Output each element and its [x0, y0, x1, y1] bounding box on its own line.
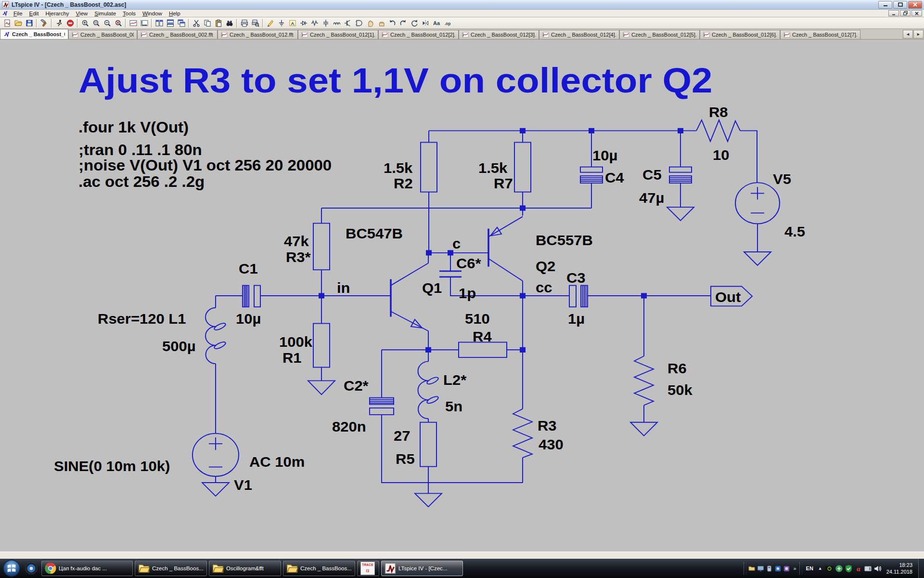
component-R3star[interactable] — [313, 223, 330, 270]
menu-item-file[interactable]: File — [10, 10, 26, 17]
mdi-restore-button[interactable] — [900, 10, 911, 16]
toolbar-button-zoom-area[interactable] — [90, 18, 102, 28]
toolbar-button-zoom-out[interactable] — [102, 18, 113, 28]
toolbar-button-spice-directive[interactable]: .op — [442, 18, 453, 28]
toolbar-button-redo[interactable] — [398, 18, 409, 28]
toolbar-button-plot-pane[interactable] — [128, 18, 139, 28]
component-Q2[interactable] — [488, 217, 523, 281]
taskbar-button-ltspice-iv-czec-[interactable]: LTspice IV - [Czec... — [381, 561, 463, 576]
tray-alpha-icon[interactable]: α — [854, 565, 862, 573]
tray-shield-icon[interactable] — [845, 565, 853, 573]
tray-mini-app-purple-icon[interactable] — [783, 565, 790, 572]
toolbar-button-bjt[interactable] — [342, 18, 353, 28]
component-R7[interactable] — [514, 143, 531, 192]
component-C3[interactable] — [569, 286, 588, 307]
tray-mini-app-blue-icon[interactable] — [774, 565, 782, 572]
component-R2[interactable] — [421, 143, 437, 192]
toolbar-button-cascade[interactable] — [176, 18, 187, 28]
toolbar-button-label-net[interactable]: A — [287, 18, 298, 28]
component-C4[interactable] — [580, 167, 603, 183]
toolbar-button-mirror[interactable] — [420, 18, 431, 28]
toolbar-button-cut[interactable] — [191, 18, 202, 28]
mdi-close-button[interactable] — [911, 10, 922, 16]
toolbar-button-halt[interactable] — [64, 18, 76, 28]
toolbar-button-drag[interactable] — [375, 18, 386, 28]
toolbar-button-capacitor[interactable] — [320, 18, 331, 28]
toolbar-button-rotate[interactable] — [409, 18, 420, 28]
component-V5[interactable] — [735, 183, 780, 223]
toolbar-button-new-doc[interactable] — [1, 18, 13, 28]
start-button[interactable] — [1, 559, 22, 578]
menu-item-help[interactable]: Help — [166, 10, 184, 17]
tab-3[interactable]: Czech _ BassBoost_012.fft — [218, 30, 298, 39]
tab-4[interactable]: Czech _ BassBoost_012[1].fft — [298, 30, 378, 39]
menu-item-tools[interactable]: Tools — [119, 10, 139, 17]
show-hidden-icons-arrow[interactable]: ▲ — [817, 566, 823, 571]
toolbar-button-undo[interactable] — [386, 18, 398, 28]
tab-2[interactable]: Czech _ BassBoost_002.fft — [137, 30, 218, 39]
tray-volume-icon[interactable] — [873, 565, 882, 573]
menu-item-view[interactable]: View — [73, 10, 91, 17]
component-R8[interactable] — [696, 120, 740, 142]
toolbar-button-control-panel[interactable] — [38, 18, 50, 28]
taskbar-button-czech-bassboos-[interactable]: Czech _ BassBoos... — [283, 561, 355, 576]
tab-7[interactable]: Czech _ BassBoost_012[4].fft — [539, 30, 619, 39]
toolbar-button-text[interactable]: Aa — [431, 18, 442, 28]
tab-0-active[interactable]: Czech _ BassBoost_002.asc — [0, 29, 68, 39]
taskbar-button-oscillogram-fft[interactable]: Oscillogram&fft — [209, 561, 281, 576]
tab-9[interactable]: Czech _ BassBoost_012[6].fft — [700, 30, 780, 39]
tab-8[interactable]: Czech _ BassBoost_012[5].fft — [619, 30, 700, 39]
toolbar-button-inductor[interactable] — [331, 18, 342, 28]
component-R6[interactable] — [634, 356, 654, 405]
component-R4[interactable] — [459, 342, 507, 358]
tab-5[interactable]: Czech _ BassBoost_012[2].fft — [378, 30, 459, 39]
component-R1[interactable] — [313, 324, 330, 368]
toolbar-button-open-folder[interactable] — [13, 18, 24, 28]
tray-overflow-chevron[interactable]: » — [792, 565, 797, 571]
media-player-icon[interactable] — [22, 560, 40, 577]
menu-item-edit[interactable]: Edit — [26, 10, 42, 17]
menu-item-simulate[interactable]: Simulate — [91, 10, 119, 17]
toolbar-button-print[interactable] — [239, 18, 250, 28]
toolbar-button-ground[interactable] — [276, 18, 287, 28]
toolbar-button-tile-horizontal[interactable] — [165, 18, 176, 28]
menu-item-hierarchy[interactable]: Hierarchy — [42, 10, 72, 17]
toolbar-button-tile-vertical[interactable] — [154, 18, 165, 28]
tray-mini-display-icon[interactable] — [757, 565, 764, 572]
component-Q1[interactable] — [391, 263, 428, 331]
toolbar-button-zoom-full[interactable] — [113, 18, 124, 28]
component-C1[interactable] — [243, 286, 260, 307]
component-R3[interactable] — [513, 409, 532, 458]
show-desktop-button[interactable] — [918, 559, 924, 578]
taskbar-button--fx-audio-dac-[interactable]: Цап fx-audio dac ... — [41, 561, 133, 576]
toolbar-button-wire[interactable] — [265, 18, 276, 28]
component-C2[interactable] — [370, 398, 394, 415]
mdi-minimize-button[interactable] — [888, 10, 899, 16]
component-V1[interactable] — [192, 434, 239, 476]
taskbar-button-czech-bassboos-[interactable]: Czech _ BassBoos... — [135, 561, 207, 576]
toolbar-button-move[interactable] — [364, 18, 375, 28]
component-C5[interactable] — [669, 167, 692, 183]
tab-scroll-right[interactable]: ► — [913, 30, 924, 39]
toolbar-button-diode[interactable] — [298, 18, 309, 28]
toolbar-button-print-preview[interactable] — [250, 18, 261, 28]
component-L1[interactable] — [205, 308, 227, 364]
tab-10[interactable]: Czech _ BassBoost_012[7].fft — [780, 30, 860, 39]
tray-nvidia-icon[interactable] — [825, 565, 834, 573]
toolbar-button-paste[interactable] — [213, 18, 224, 28]
component-R5[interactable] — [420, 422, 436, 467]
language-indicator[interactable]: EN — [804, 565, 815, 571]
toolbar-button-copy[interactable] — [202, 18, 213, 28]
taskbar-clock[interactable]: 18:23 24.11.2018 — [884, 562, 916, 576]
menu-item-window[interactable]: Window — [139, 10, 166, 17]
tab-1[interactable]: Czech _ BassBoost_002.asc — [68, 30, 137, 39]
toolbar-button-find[interactable] — [224, 18, 235, 28]
tray-tablet-icon[interactable] — [864, 565, 872, 573]
toolbar-button-autorange[interactable] — [139, 18, 150, 28]
taskbar-button-trace-alpha[interactable]: TRACEα — [357, 561, 379, 576]
schematic-canvas[interactable]: Ajust R3 to set 1,1V on collector Q2.fou… — [0, 39, 924, 552]
component-C6[interactable] — [439, 271, 462, 277]
toolbar-button-save[interactable] — [24, 18, 35, 28]
close-button[interactable] — [908, 1, 922, 9]
toolbar-button-zoom-in[interactable] — [79, 18, 90, 28]
